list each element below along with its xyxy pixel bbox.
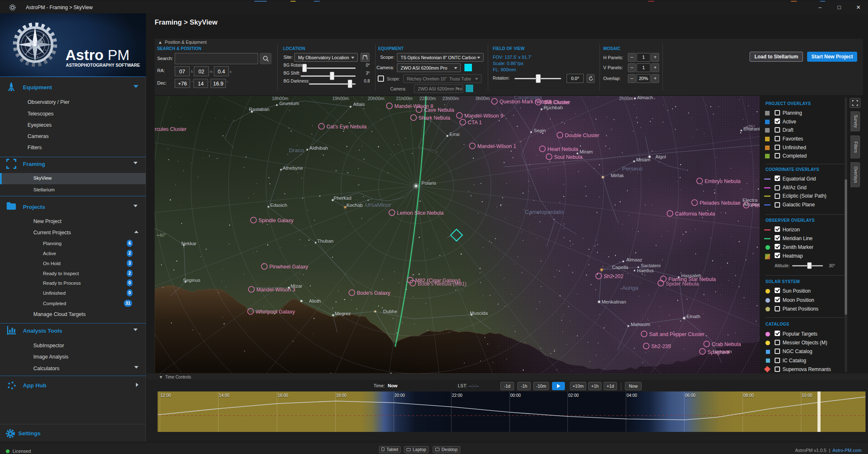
svg-text:rcules Cluster: rcules Cluster (155, 126, 186, 132)
svg-text:Rastaban: Rastaban (249, 107, 269, 112)
svg-text:Cat's Eye Nebula: Cat's Eye Nebula (326, 124, 366, 130)
svg-text:Polaris: Polaris (421, 181, 436, 186)
svg-text:Ruchbah: Ruchbah (544, 105, 563, 110)
svg-text:Haedus: Haedus (637, 268, 654, 273)
svg-text:Mahasim: Mahasim (631, 322, 650, 327)
svg-text:Seginus: Seginus (183, 278, 201, 283)
svg-text:Soul Nebula: Soul Nebula (554, 154, 582, 160)
svg-text:22h00m: 22h00m (419, 96, 436, 101)
svg-text:Mandel-Wilson 9: Mandel-Wilson 9 (464, 113, 503, 119)
svg-text:Spindle Galaxy: Spindle Galaxy (258, 218, 294, 223)
svg-text:Edasich: Edasich (270, 203, 287, 208)
svg-text:Pleiade: Pleiade (751, 203, 760, 208)
svg-text:Camelopardalis: Camelopardalis (525, 209, 564, 215)
svg-text:Altais: Altais (353, 102, 365, 107)
svg-text:Saclateni: Saclateni (641, 263, 660, 268)
svg-text:Pinwheel Galaxy: Pinwheel Galaxy (269, 264, 309, 270)
svg-text:Almaaz: Almaaz (626, 257, 642, 262)
svg-text:Grumium: Grumium (279, 101, 299, 106)
svg-text:Algol: Algol (655, 154, 666, 159)
svg-text:Elnath: Elnath (687, 314, 700, 319)
svg-text:Kochab: Kochab (346, 203, 363, 208)
svg-text:Pherkad: Pherkad (334, 196, 351, 201)
svg-text:Nekkar: Nekkar (181, 241, 197, 246)
svg-text:Astro PM: Astro PM (65, 47, 130, 63)
svg-text:Dubhe: Dubhe (383, 309, 397, 314)
svg-text:Double Cluster: Double Cluster (565, 133, 600, 138)
svg-text:Lemon Slice Nebula: Lemon Slice Nebula (397, 210, 444, 216)
svg-text:Spaghetti: Spaghetti (707, 349, 730, 355)
svg-text:ET Cluster: ET Cluster (545, 99, 569, 105)
svg-text:Perseus: Perseus (622, 166, 643, 172)
svg-text:2h00m: 2h00m (619, 96, 633, 101)
svg-text:18h00m: 18h00m (272, 96, 288, 101)
svg-text:Sh2-235: Sh2-235 (651, 344, 671, 349)
svg-text:21h00m: 21h00m (396, 96, 413, 101)
svg-text:Bode's Nebula (M81): Bode's Nebula (M81) (418, 281, 467, 287)
svg-text:+25°: +25° (745, 124, 755, 129)
svg-text:Embryo Nebula: Embryo Nebula (705, 178, 740, 184)
svg-text:Auriga: Auriga (622, 285, 639, 291)
svg-text:Alioth: Alioth (309, 298, 321, 304)
svg-text:20h00m: 20h00m (368, 96, 384, 101)
svg-text:Miram: Miram (580, 149, 593, 154)
svg-text:Heart Nebula: Heart Nebula (547, 146, 578, 152)
svg-text:CTA 1: CTA 1 (468, 120, 482, 125)
svg-text:UrsaMinor: UrsaMinor (365, 202, 391, 208)
svg-text:Pleiades Nebulae: Pleiades Nebulae (700, 200, 740, 206)
svg-text:Shark Nebula: Shark Nebula (419, 115, 450, 121)
svg-text:19h00m: 19h00m (332, 96, 349, 101)
svg-text:Bode's Galaxy: Bode's Galaxy (357, 290, 391, 296)
svg-text:23h00m: 23h00m (442, 96, 459, 101)
svg-text:Whirlpool Galaxy: Whirlpool Galaxy (256, 309, 295, 315)
svg-text:Cave Nebula: Cave Nebula (424, 107, 454, 113)
svg-text:Crab Nebula: Crab Nebula (712, 341, 741, 347)
svg-text:Draco: Draco (289, 147, 304, 153)
svg-text:Muscida: Muscida (470, 311, 488, 316)
svg-text:Thuban: Thuban (317, 238, 334, 243)
svg-text:Mandel-Wilson 1: Mandel-Wilson 1 (477, 143, 516, 149)
svg-text:Almach: Almach (637, 96, 653, 100)
svg-text:Mandel-Wilson 3: Mandel-Wilson 3 (256, 287, 295, 293)
svg-text:Menkalinan: Menkalinan (602, 299, 626, 304)
svg-text:Mirfak: Mirfak (611, 173, 624, 178)
svg-text:Sh2-202: Sh2-202 (604, 273, 623, 279)
svg-text:Misam: Misam (636, 157, 650, 162)
svg-text:Athebyne: Athebyne (283, 166, 303, 171)
svg-text:Salt and Pepper Cluster: Salt and Pepper Cluster (649, 331, 705, 337)
svg-text:ASTROPHOTOGRAPHY SOFTWARE: ASTROPHOTOGRAPHY SOFTWARE (66, 63, 140, 68)
svg-text:Aldhibah: Aldhibah (309, 145, 328, 150)
svg-text:California Nebula: California Nebula (675, 211, 715, 217)
svg-text:Capella: Capella (612, 265, 629, 270)
svg-text:+40°: +40° (156, 233, 166, 238)
svg-text:0h00m: 0h00m (476, 96, 490, 101)
svg-text:Spider Nebula: Spider Nebula (666, 281, 699, 287)
svg-text:Segin: Segin (534, 128, 546, 133)
svg-text:Errai: Errai (449, 132, 459, 137)
svg-text:Megrez: Megrez (335, 311, 351, 316)
